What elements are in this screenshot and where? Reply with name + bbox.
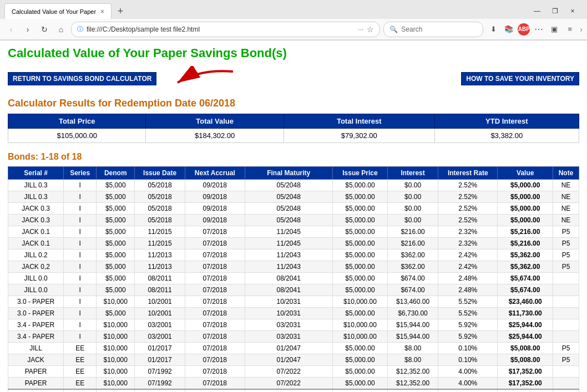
- table-cell: 03/2001: [135, 319, 185, 331]
- table-cell: 05/2048: [245, 215, 332, 226]
- table-row: JACK 0.3I$5,00005/201809/201805/2048$5,0…: [8, 215, 579, 226]
- table-cell: 2.48%: [438, 273, 498, 284]
- summary-header-total-value: Total Value: [146, 114, 284, 129]
- table-cell: $5,362.00: [498, 261, 553, 273]
- table-cell: $5,000: [97, 284, 135, 296]
- table-cell: 05/2018: [135, 191, 185, 203]
- table-cell: 07/2018: [185, 273, 245, 284]
- totals-label: Totals for 18 Bonds: [245, 389, 332, 392]
- table-cell: $5,674.00: [498, 284, 553, 296]
- table-cell: PAPER: [8, 378, 64, 390]
- table-cell: $362.00: [388, 261, 438, 273]
- table-cell: NE: [553, 191, 579, 203]
- table-cell: 05/2048: [245, 203, 332, 215]
- summary-total-price: $105,000.00: [8, 129, 146, 143]
- table-cell: $11,730.00: [498, 308, 553, 319]
- summary-header-total-price: Total Price: [8, 114, 146, 129]
- table-cell: 11/2013: [135, 261, 185, 273]
- col-issue-date: Issue Date: [135, 167, 185, 180]
- table-row: 3.4 - PAPERI$10,00003/200107/201803/2031…: [8, 319, 579, 331]
- table-cell: 05/2048: [245, 191, 332, 203]
- sidebar-button[interactable]: ▣: [548, 23, 561, 36]
- totals-value: [438, 389, 498, 392]
- table-cell: $10,000: [97, 343, 135, 354]
- table-cell: $5,000.00: [332, 238, 388, 250]
- col-final-maturity: Final Maturity: [245, 167, 332, 180]
- table-row: JILL 0.3I$5,00005/201809/201805/2048$5,0…: [8, 180, 579, 191]
- close-button[interactable]: ×: [567, 7, 578, 15]
- bonds-table: Serial # Series Denom Issue Date Next Ac…: [8, 166, 579, 392]
- table-cell: $5,000.00: [498, 203, 553, 215]
- table-cell: 07/2022: [245, 366, 332, 378]
- home-button[interactable]: ⌂: [54, 23, 68, 36]
- totals-row: Totals for 18 Bonds$105,000.00$79,302.00…: [8, 389, 579, 392]
- url-text: file:///C:/Desktop/sample test file2.htm…: [87, 26, 352, 33]
- table-cell: 09/2018: [185, 215, 245, 226]
- table-cell: JILL: [8, 343, 64, 354]
- table-cell: 11/2045: [245, 238, 332, 250]
- table-cell: $5,674.00: [498, 273, 553, 284]
- table-cell: $5,000.00: [332, 203, 388, 215]
- table-cell: $0.00: [388, 215, 438, 226]
- table-cell: 05/2018: [135, 180, 185, 191]
- adblock-button[interactable]: ABP: [518, 23, 530, 35]
- table-cell: 07/2018: [185, 331, 245, 343]
- table-cell: 11/2015: [135, 238, 185, 250]
- table-cell: $5,000.00: [332, 366, 388, 378]
- table-cell: 03/2031: [245, 331, 332, 343]
- maximize-button[interactable]: ❐: [549, 7, 560, 15]
- table-row: JACKEE$10,00001/201707/201801/2047$5,000…: [8, 354, 579, 366]
- table-cell: 3.0 - PAPER: [8, 296, 64, 308]
- tab-close-button[interactable]: ×: [100, 8, 104, 16]
- table-cell: $5,000: [97, 261, 135, 273]
- table-cell: $5,000.00: [332, 261, 388, 273]
- col-value: Value: [498, 167, 553, 180]
- menu-button[interactable]: ≡: [563, 23, 576, 36]
- table-cell: 3.4 - PAPER: [8, 319, 64, 331]
- extensions-button[interactable]: ⋯: [532, 23, 545, 36]
- table-cell: I: [64, 319, 97, 331]
- download-button[interactable]: ⬇: [487, 23, 500, 36]
- table-cell: [553, 331, 579, 343]
- table-cell: 11/2043: [245, 250, 332, 261]
- summary-table: Total Price Total Value Total Interest Y…: [8, 114, 579, 143]
- col-interest-rate: Interest Rate: [438, 167, 498, 180]
- save-inventory-button[interactable]: HOW TO SAVE YOUR INVENTORY: [461, 72, 579, 85]
- table-cell: $5,000: [97, 226, 135, 238]
- table-cell: [553, 378, 579, 390]
- totals-value: [64, 389, 97, 392]
- table-row: PAPEREE$10,00007/199207/201807/2022$5,00…: [8, 366, 579, 378]
- table-cell: $5,000.00: [498, 180, 553, 191]
- table-cell: 2.52%: [438, 180, 498, 191]
- reader-view-button[interactable]: 📚: [502, 23, 515, 36]
- table-cell: 07/2018: [185, 250, 245, 261]
- table-cell: $15,944.00: [388, 319, 438, 331]
- table-cell: 11/2043: [245, 261, 332, 273]
- table-cell: $25,944.00: [498, 319, 553, 331]
- return-to-calculator-button[interactable]: RETURN TO SAVINGS BOND CALCULATOR: [8, 72, 156, 85]
- url-bar[interactable]: ⓘ file:///C:/Desktop/sample test file2.h…: [71, 22, 380, 37]
- table-cell: [553, 273, 579, 284]
- table-cell: NE: [553, 215, 579, 226]
- search-placeholder: Search: [401, 26, 422, 33]
- table-cell: I: [64, 296, 97, 308]
- redemption-title: Calculator Results for Redemption Date 0…: [8, 98, 579, 109]
- forward-button[interactable]: ›: [21, 23, 34, 36]
- table-cell: 07/1992: [135, 378, 185, 390]
- table-cell: [553, 284, 579, 296]
- url-info-icon: ⓘ: [77, 25, 83, 33]
- table-cell: $17,352.00: [498, 366, 553, 378]
- bookmark-icon[interactable]: ☆: [367, 25, 374, 34]
- reload-button[interactable]: ↻: [38, 23, 51, 36]
- search-bar[interactable]: 🔍 Search: [383, 22, 483, 37]
- minimize-button[interactable]: —: [532, 7, 543, 15]
- table-cell: $5,000.00: [332, 378, 388, 390]
- table-row: 3.0 - PAPERI$10,00010/200107/201810/2031…: [8, 296, 579, 308]
- new-tab-button[interactable]: +: [114, 4, 127, 18]
- back-button[interactable]: ‹: [4, 23, 18, 36]
- table-cell: JACK 0.1: [8, 226, 64, 238]
- active-tab[interactable]: Calculated Value of Your Paper ×: [4, 3, 112, 19]
- table-row: 3.4 - PAPERI$10,00003/200107/201803/2031…: [8, 331, 579, 343]
- table-cell: EE: [64, 354, 97, 366]
- col-issue-price: Issue Price: [332, 167, 388, 180]
